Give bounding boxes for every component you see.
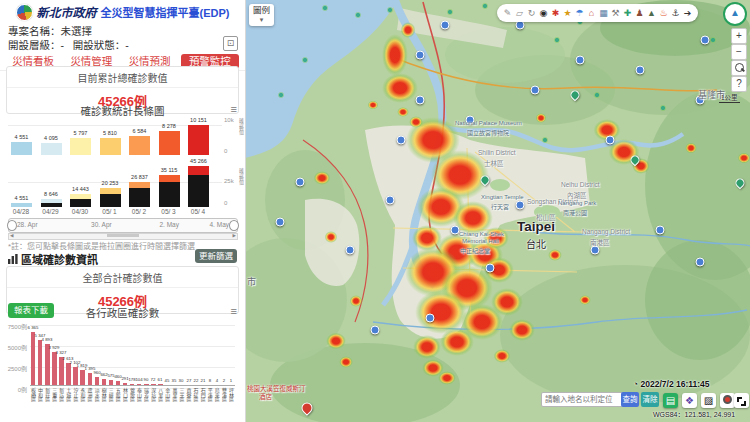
update-filter-button[interactable]: 更新篩選 (195, 249, 237, 263)
map-pin[interactable] (397, 136, 406, 145)
slider-handle-left[interactable] (7, 220, 17, 231)
map-pin[interactable] (386, 196, 395, 205)
map-pin[interactable] (416, 51, 425, 60)
district-bar[interactable] (95, 377, 99, 385)
clear-button[interactable]: 清除 (641, 392, 659, 407)
sidebar: 新北市政府 全災型智慧指揮平臺(EDP) 專案名稱：未選擇 開設層級：- 開設狀… (0, 0, 246, 422)
cumulative-bar-base[interactable] (41, 203, 62, 207)
search-button[interactable]: 查詢 (621, 392, 639, 407)
map-pin[interactable] (486, 264, 495, 273)
district-bar[interactable] (66, 363, 70, 385)
refresh-icon[interactable]: ↻ (526, 8, 537, 19)
cumulative-bar-base[interactable] (70, 199, 91, 207)
slider-handle-right[interactable] (229, 220, 239, 231)
district-chart-menu-icon[interactable]: ≡ (231, 306, 237, 316)
map-pin[interactable] (426, 314, 435, 323)
map-pin[interactable] (701, 36, 710, 45)
district-bar[interactable] (31, 332, 35, 385)
map-pin[interactable] (346, 246, 355, 255)
district-bar[interactable] (52, 352, 56, 385)
help-button[interactable]: ? (731, 76, 747, 92)
crowd-icon[interactable]: ♟ (634, 8, 645, 19)
map-pin[interactable] (516, 201, 525, 210)
draw-line-icon[interactable]: ✎ (502, 8, 513, 19)
district-x-label: 烏來區 (214, 388, 220, 418)
cumulative-bar-top[interactable] (100, 188, 121, 193)
map-pin[interactable] (371, 326, 380, 335)
cumulative-bar-top[interactable] (188, 166, 209, 175)
daily-bar[interactable] (188, 125, 209, 155)
gridline (30, 325, 235, 326)
map-canvas[interactable]: National Palace Museum國立故宮博物院Shilin Dist… (245, 0, 750, 422)
forward-icon[interactable]: ➔ (682, 8, 693, 19)
cumulative-bar-base[interactable] (159, 182, 180, 207)
district-bar-label: 3 929 (45, 346, 64, 350)
platform-logo-icon[interactable]: ▲ (723, 2, 747, 26)
shelter-icon[interactable]: ✚ (622, 8, 633, 19)
chart-menu-icon[interactable]: ≡ (231, 104, 237, 114)
district-bar[interactable] (45, 344, 49, 385)
rainfall-icon[interactable]: ☂ (574, 8, 585, 19)
draw-polygon-icon[interactable]: ▱ (514, 8, 525, 19)
layers-off-button[interactable]: ▨ (701, 393, 716, 408)
temple-icon[interactable]: ⌂ (586, 8, 597, 19)
map-pin[interactable] (656, 226, 665, 235)
zoom-in-button[interactable]: + (731, 28, 747, 44)
map-pin[interactable] (636, 66, 645, 75)
cumulative-bar-base[interactable] (129, 188, 150, 207)
collapse-panel-icon[interactable]: ⊡ (223, 36, 238, 51)
medal-icon[interactable]: ★ (562, 8, 573, 19)
daily-bar[interactable] (100, 138, 121, 155)
district-x-label: 瑞芳區 (143, 388, 149, 418)
heat-spot (397, 107, 409, 117)
scrollbar-thumb[interactable] (107, 234, 139, 237)
cumulative-bar-base[interactable] (188, 175, 209, 207)
slider-scrollbar[interactable]: ◀ ▶ (8, 233, 238, 240)
layers-button[interactable]: ❖ (682, 393, 697, 408)
cumulative-bar-top[interactable] (11, 203, 32, 207)
daily-bar[interactable] (129, 136, 150, 155)
map-pin[interactable] (296, 178, 305, 187)
mountain-icon[interactable]: ▲ (646, 8, 657, 19)
map-pin[interactable] (416, 96, 425, 105)
typhoon-icon[interactable]: ◉ (538, 8, 549, 19)
fullscreen-button[interactable] (734, 393, 749, 408)
map-label: 南港區 (590, 237, 610, 247)
hotspring-icon[interactable]: ♨ (658, 8, 669, 19)
zoom-out-button[interactable]: − (731, 44, 747, 60)
daily-bar[interactable] (11, 142, 32, 155)
time-range-slider[interactable]: 28. Apr 30. Apr 2. May 4. May (8, 218, 238, 233)
map-pin[interactable] (531, 86, 540, 95)
map-search-icon[interactable] (731, 60, 747, 76)
map-pin[interactable] (276, 218, 285, 227)
cumulative-bar-top[interactable] (70, 194, 91, 199)
layer-list-button[interactable]: ▤ (663, 393, 678, 408)
place-search-input[interactable] (541, 392, 625, 407)
district-bar[interactable] (73, 367, 77, 385)
legend-button[interactable]: 圖例 ▾ (249, 4, 274, 26)
district-bar[interactable] (88, 373, 92, 385)
district-axis-line (30, 385, 235, 386)
legend-label: 圖例 (253, 6, 270, 15)
daily-bar[interactable] (159, 131, 180, 155)
map-pin[interactable] (606, 136, 615, 145)
district-bar[interactable] (59, 357, 63, 385)
district-bar[interactable] (80, 370, 84, 385)
daily-bar[interactable] (41, 143, 62, 155)
heat-dot (355, 12, 362, 19)
map-pin[interactable] (441, 21, 450, 30)
cumulative-bar-top[interactable] (41, 199, 62, 203)
pipeline-icon[interactable]: ⚒ (610, 8, 621, 19)
daily-bar[interactable] (70, 138, 91, 155)
map-pin[interactable] (576, 56, 585, 65)
cumulative-bar-top[interactable] (159, 175, 180, 183)
factory-icon[interactable]: ▦ (598, 8, 609, 19)
cumulative-bar-base[interactable] (100, 194, 121, 207)
map-pin[interactable] (696, 258, 705, 267)
cumulative-bar-top[interactable] (129, 182, 150, 188)
daily-y-label: 確診數值 (238, 118, 245, 134)
district-bar[interactable] (38, 340, 42, 385)
locate-button[interactable] (720, 393, 735, 408)
harbor-icon[interactable]: ⚓ (670, 8, 681, 19)
virus-icon[interactable]: ✱ (550, 8, 561, 19)
